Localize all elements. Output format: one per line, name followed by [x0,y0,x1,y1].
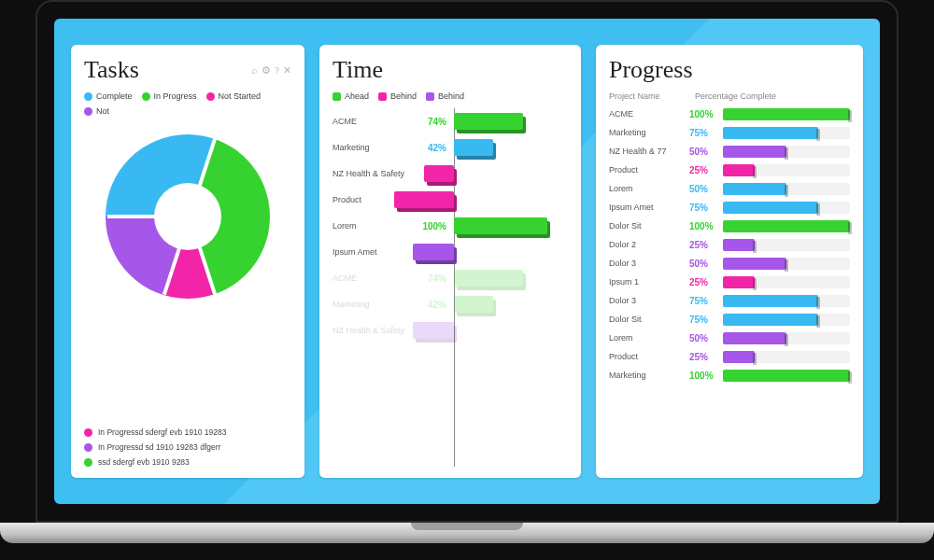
progress-row-name: Dolor Sit [609,221,684,231]
time-row-value: 74% [411,273,450,284]
progress-track [723,370,850,382]
progress-fill [723,220,850,232]
time-row-value: 42% [411,300,450,310]
time-bar [454,139,493,156]
progress-track [723,239,850,251]
help-icon[interactable]: ? [275,64,279,77]
progress-row-pct: 50% [689,333,717,343]
bullet-swatch [84,458,92,467]
time-bar [413,244,454,260]
progress-fill [723,258,786,270]
progress-row-pct: 25% [689,277,717,287]
bullet-text: In Progressd sd 1910 19283 dfgerr [98,442,220,452]
bullet-text: ssd sdergf evb 1910 9283 [98,457,190,467]
time-row-label: NZ Health & Safety [333,326,411,335]
legend-swatch [426,92,434,101]
progress-fill [723,183,786,195]
progress-track [723,127,850,139]
screen: Tasks ⌕ ⚙ ? ✕ CompleteIn ProgressNot Sta… [54,19,880,504]
progress-row: Dolor 375% [609,291,850,310]
progress-fill [723,127,818,139]
progress-row-name: Dolor 3 [609,296,684,305]
progress-card: Progress Project Name Percentage Complet… [596,45,863,478]
progress-row-name: Dolor 2 [609,240,684,249]
progress-track [723,220,850,232]
progress-row-name: NZ Health & 77 [609,147,684,156]
time-bar [413,322,454,339]
progress-row-name: Lorem [609,184,684,193]
progress-row: Lorem50% [609,329,850,347]
gear-icon[interactable]: ⚙ [262,64,271,77]
legend-swatch [206,92,215,101]
progress-header-name: Project Name [609,91,684,101]
progress-row-pct: 100% [689,109,717,119]
time-row: Lorem100% [333,213,568,239]
progress-row-pct: 25% [689,165,717,175]
progress-row: Dolor Sit75% [609,310,850,329]
progress-row-name: Product [609,352,684,361]
legend-label: Behind [390,91,417,101]
tasks-title-row: Tasks ⌕ ⚙ ? ✕ [84,56,291,84]
progress-track [723,202,850,214]
tasks-legend: CompleteIn ProgressNot StartedNot [84,91,291,116]
progress-row-name: Product [609,165,684,175]
bullet-swatch [84,443,92,452]
progress-track [723,146,850,158]
progress-row-pct: 75% [689,128,717,138]
time-legend: AheadBehindBehind [333,91,568,101]
time-row-label: Lorem [333,221,411,231]
time-bar [454,217,547,234]
progress-row-name: ACME [609,109,684,119]
donut-chart [106,134,270,299]
progress-row-name: Marketing [609,128,684,137]
time-row: Marketing42% [333,291,568,317]
search-icon[interactable]: ⌕ [251,64,258,77]
legend-swatch [333,92,341,101]
progress-row: Ipsum 125% [609,273,850,291]
progress-row-pct: 50% [689,184,717,194]
progress-fill [723,314,818,326]
progress-header-pct: Percentage Complete [695,91,776,101]
progress-track [723,332,850,344]
legend-label: In Progress [154,91,197,101]
progress-row-pct: 25% [689,352,717,362]
time-card: Time AheadBehindBehind ACME74%Marketing4… [319,45,581,478]
legend-item: Ahead [333,91,369,101]
progress-row-pct: 50% [689,259,717,269]
progress-row-name: Ipsum Amet [609,203,684,212]
progress-row-pct: 50% [689,147,717,157]
legend-item: In Progress [142,91,197,101]
time-bar [424,165,454,182]
laptop-frame: Tasks ⌕ ⚙ ? ✕ CompleteIn ProgressNot Sta… [35,0,899,523]
progress-fill [723,295,818,307]
progress-track [723,314,850,326]
legend-item: Not [84,106,109,116]
progress-row-pct: 100% [689,371,717,381]
time-row-label: Marketing [333,143,411,152]
progress-track [723,108,850,120]
progress-header: Project Name Percentage Complete [609,91,850,101]
tasks-toolbar: ⌕ ⚙ ? ✕ [251,64,291,77]
legend-label: Ahead [345,91,369,101]
progress-track [723,164,850,176]
progress-fill [723,370,850,382]
progress-row: Dolor 225% [609,235,850,254]
progress-fill [723,164,755,176]
progress-row-name: Marketing [609,371,684,380]
progress-row: Ipsum Amet75% [609,198,850,217]
time-row: Product64% [333,187,568,213]
progress-fill [723,108,850,120]
progress-row-name: Ipsum 1 [609,277,684,287]
donut-chart-wrap [84,123,291,310]
progress-track [723,183,850,195]
legend-label: Behind [438,91,464,101]
legend-item: Behind [378,91,417,101]
progress-row: Product25% [609,347,850,366]
bullet-text: In Progressd sdergf evb 1910 19283 [98,427,227,437]
time-row: NZ Health & Safety44% [333,317,568,343]
progress-track [723,295,850,307]
close-icon[interactable]: ✕ [283,64,291,77]
legend-swatch [142,92,150,101]
legend-label: Not [96,106,109,116]
time-row-value: 42% [411,143,450,153]
